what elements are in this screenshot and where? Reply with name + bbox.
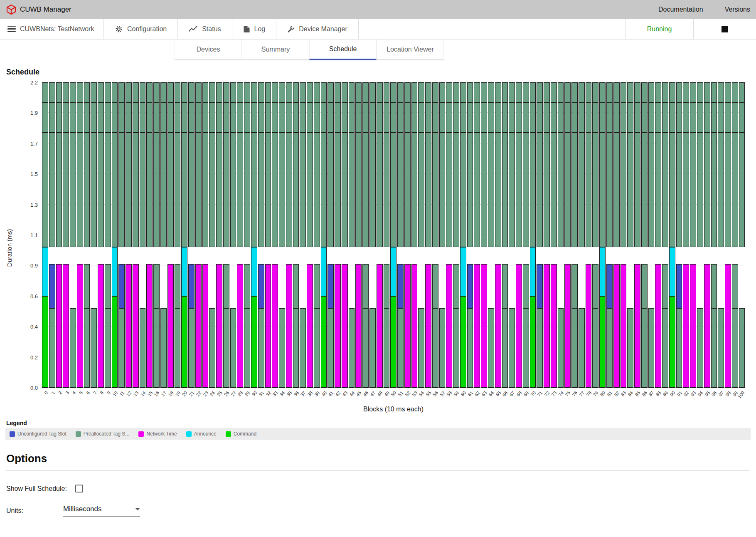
preallocated-segment bbox=[202, 103, 209, 133]
command-segment bbox=[42, 296, 48, 388]
options-divider bbox=[6, 470, 750, 470]
preallocated-segment bbox=[307, 82, 313, 103]
schedule-block-bar bbox=[550, 82, 557, 388]
preallocated-segment bbox=[153, 103, 160, 133]
schedule-block-bar bbox=[286, 82, 293, 388]
preallocated-segment bbox=[84, 82, 90, 103]
preallocated-segment bbox=[237, 82, 243, 103]
preallocated-segment bbox=[509, 103, 515, 133]
preallocated-segment bbox=[697, 308, 703, 388]
preallocated-segment bbox=[641, 103, 648, 133]
x-tick-label: 39 bbox=[313, 390, 320, 397]
preallocated-segment bbox=[739, 82, 745, 103]
schedule-block-bar bbox=[522, 82, 529, 388]
schedule-block-bar bbox=[160, 82, 167, 388]
unconfigured-segment bbox=[49, 264, 55, 308]
preallocated-segment bbox=[77, 103, 83, 133]
preallocated-segment bbox=[397, 308, 404, 388]
x-tick-label: 78 bbox=[585, 390, 592, 397]
options-heading: Options bbox=[6, 452, 756, 465]
tab-summary[interactable]: Summary bbox=[242, 40, 309, 60]
preallocated-segment bbox=[105, 133, 111, 247]
schedule-block-bar bbox=[620, 82, 627, 388]
preallocated-segment bbox=[279, 133, 285, 247]
preallocated-segment bbox=[599, 82, 606, 103]
preallocated-segment bbox=[551, 133, 557, 247]
preallocated-segment bbox=[627, 82, 633, 103]
preallocated-segment bbox=[293, 82, 299, 103]
preallocated-segment bbox=[237, 103, 243, 133]
status-button[interactable]: Status bbox=[178, 19, 232, 39]
device-manager-button[interactable]: Device Manager bbox=[276, 19, 359, 39]
schedule-block-bar bbox=[425, 82, 432, 388]
preallocated-segment bbox=[690, 103, 696, 133]
schedule-block-bar bbox=[411, 82, 418, 388]
preallocated-segment bbox=[49, 308, 55, 388]
configuration-button[interactable]: Configuration bbox=[104, 19, 178, 39]
preallocated-segment bbox=[126, 103, 132, 133]
preallocated-segment bbox=[586, 133, 592, 247]
schedule-block-bar bbox=[202, 82, 209, 388]
preallocated-segment bbox=[439, 133, 446, 247]
x-tick-label: 83 bbox=[620, 390, 627, 397]
log-button[interactable]: Log bbox=[232, 19, 277, 39]
x-tick-label: 85 bbox=[634, 390, 641, 397]
y-axis-title: Duration (ms) bbox=[6, 229, 13, 267]
preallocated-segment bbox=[474, 133, 480, 247]
x-tick-label: 81 bbox=[606, 390, 613, 397]
preallocated-segment bbox=[384, 264, 390, 308]
tabs-row: Devices Summary Schedule Location Viewer bbox=[0, 40, 756, 60]
schedule-block-bar bbox=[111, 82, 118, 388]
preallocated-segment bbox=[258, 308, 264, 388]
preallocated-segment bbox=[558, 308, 564, 388]
announce-swatch-icon bbox=[186, 431, 192, 437]
unconfigured-swatch-icon bbox=[10, 431, 15, 437]
tab-schedule[interactable]: Schedule bbox=[309, 40, 377, 60]
x-tick-label: 93 bbox=[690, 390, 697, 397]
schedule-block-bar bbox=[613, 82, 620, 388]
preallocated-segment bbox=[369, 308, 376, 388]
preallocated-segment bbox=[690, 133, 696, 247]
y-tick-label: 1.5 bbox=[30, 171, 38, 177]
preallocated-segment bbox=[662, 82, 668, 103]
preallocated-segment bbox=[739, 308, 745, 388]
show-full-schedule-checkbox[interactable] bbox=[75, 485, 83, 492]
documentation-link[interactable]: Documentation bbox=[658, 6, 703, 13]
schedule-block-bar bbox=[293, 82, 300, 388]
schedule-block-bar bbox=[655, 82, 662, 388]
preallocated-segment bbox=[70, 133, 76, 247]
versions-link[interactable]: Versions bbox=[725, 6, 750, 13]
tab-devices[interactable]: Devices bbox=[175, 40, 242, 60]
x-tick-label: 33 bbox=[272, 390, 279, 397]
tab-location-viewer[interactable]: Location Viewer bbox=[377, 40, 444, 60]
schedule-block-bar bbox=[432, 82, 439, 388]
preallocated-segment bbox=[711, 133, 717, 247]
preallocated-segment bbox=[167, 103, 174, 133]
x-axis-title: Blocks (10 ms each) bbox=[42, 406, 745, 413]
x-tick-label: 38 bbox=[306, 390, 313, 397]
x-tick-label: 74 bbox=[557, 390, 564, 397]
preallocated-segment bbox=[188, 133, 195, 247]
units-select[interactable]: Milliseconds bbox=[63, 505, 140, 517]
schedule-block-bar bbox=[230, 82, 237, 388]
preallocated-segment bbox=[209, 308, 215, 388]
preallocated-segment bbox=[606, 82, 613, 103]
network-selector[interactable]: CUWBNets: TestNetwork bbox=[0, 19, 104, 39]
preallocated-segment bbox=[384, 308, 390, 388]
preallocated-segment bbox=[230, 82, 236, 103]
announce-segment bbox=[390, 247, 396, 296]
preallocated-segment bbox=[425, 82, 431, 103]
x-tick-label: 32 bbox=[265, 390, 272, 397]
preallocated-segment bbox=[690, 82, 696, 103]
stop-button[interactable] bbox=[694, 19, 756, 39]
preallocated-segment bbox=[732, 264, 738, 308]
unconfigured-segment bbox=[188, 264, 195, 308]
preallocated-segment bbox=[146, 82, 153, 103]
x-tick-label: 18 bbox=[167, 390, 174, 397]
schedule-block-bar bbox=[557, 82, 564, 388]
preallocated-segment bbox=[342, 103, 348, 133]
preallocated-segment bbox=[42, 103, 48, 133]
preallocated-segment bbox=[328, 133, 334, 247]
preallocated-segment bbox=[98, 103, 104, 133]
x-tick-label: 29 bbox=[244, 390, 251, 397]
